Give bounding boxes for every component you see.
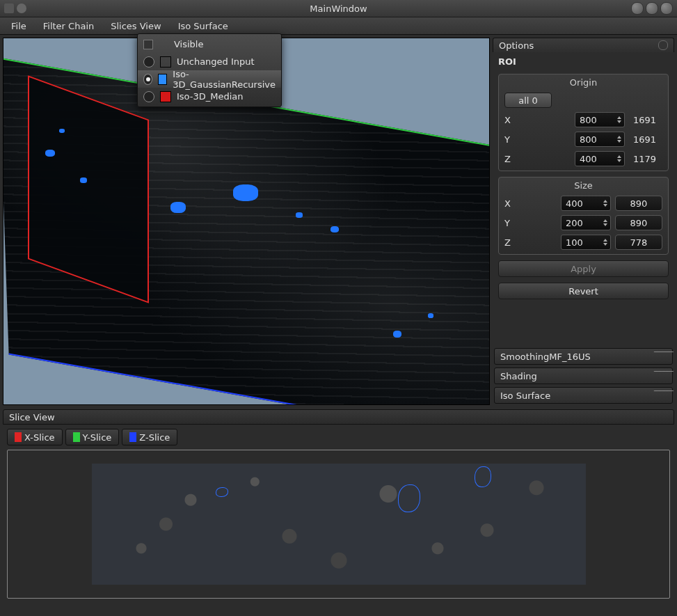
tab-label: X-Slice [24,432,55,443]
iso-blob [393,331,401,338]
iso-contour [398,484,420,512]
iso-blob [45,150,55,157]
color-swatch [129,432,136,442]
options-title: Options [499,40,534,51]
tab-z-slice[interactable]: Z-Slice [122,429,177,445]
origin-z-label: Z [504,154,514,164]
origin-z-input[interactable]: 400 [575,151,625,166]
all-zero-button[interactable]: all 0 [504,93,552,108]
iso-blob [170,202,186,213]
accordion-smoothing[interactable]: SmoothingMF_16US [494,348,673,365]
size-z-input[interactable]: 100 [561,235,611,250]
accordion-iso-surface[interactable]: Iso Surface [494,387,673,404]
slice-tabs: X-Slice Y-Slice Z-Slice [0,425,677,450]
iso-visible-toggle[interactable]: Visible [138,35,281,53]
iso-option-label: Iso-3D_GaussianRecursive [173,69,276,90]
origin-y-label: Y [504,134,514,145]
checkbox-icon [143,40,153,49]
color-swatch [160,56,171,68]
menu-slices-view[interactable]: Slices View [102,17,169,34]
app-icon [4,3,14,13]
menubar: File Filter Chain Slices View Iso Surfac… [0,17,677,35]
origin-y-input[interactable]: 800 [575,132,625,147]
slice-image-container [7,450,670,599]
color-swatch [73,432,80,442]
iso-contour [475,466,491,487]
size-y-label: Y [504,218,514,228]
revert-button[interactable]: Revert [498,283,669,299]
origin-x-input[interactable]: 800 [575,112,625,127]
size-x-label: X [504,198,514,209]
maximize-button[interactable] [646,2,658,15]
origin-x-label: X [504,115,514,125]
tab-y-slice[interactable]: Y-Slice [65,429,120,445]
color-swatch [158,74,167,85]
tab-x-slice[interactable]: X-Slice [7,429,63,445]
iso-option-unchanged-input[interactable]: Unchanged Input [138,53,281,70]
titlebar: MainWindow [0,0,677,17]
size-x-input[interactable]: 400 [561,196,611,211]
iso-contour [216,487,228,497]
accordion-shading[interactable]: Shading [494,368,673,384]
slice-view-header: Slice View [3,409,674,425]
iso-option-label: Unchanged Input [177,56,255,67]
iso-option-gaussian-recursive[interactable]: Iso-3D_GaussianRecursive [138,70,281,88]
origin-y-max: 1691 [629,134,662,145]
radio-icon [143,91,154,102]
size-z-label: Z [504,237,514,248]
app-icon-2 [17,3,26,13]
iso-blob [59,129,65,133]
menu-file[interactable]: File [3,17,35,34]
iso-surface-dropdown: Visible Unchanged Input Iso-3D_GaussianR… [137,33,282,107]
window-title: MainWindow [310,3,367,14]
size-group: Size X 400 890 Y 200 890 Z 100 778 [498,177,669,255]
iso-blob [233,184,258,201]
iso-blob [428,313,433,318]
tab-label: Y-Slice [83,432,112,443]
tab-label: Z-Slice [139,432,170,443]
iso-visible-label: Visible [174,39,203,49]
close-button[interactable] [660,2,673,15]
iso-blob [80,177,87,183]
iso-blob [330,226,339,232]
size-y-input[interactable]: 200 [561,215,611,230]
size-title: Size [499,177,668,194]
origin-group: Origin all 0 X 800 1691 Y 800 1691 Z 400… [498,74,669,171]
slice-image[interactable] [92,464,586,585]
menu-filter-chain[interactable]: Filter Chain [35,17,102,34]
size-x-max-button[interactable]: 890 [615,196,662,211]
origin-z-max: 1179 [629,154,662,164]
menu-iso-surface[interactable]: Iso Surface [170,17,237,34]
radio-icon [143,56,154,68]
iso-option-median[interactable]: Iso-3D_Median [138,88,281,105]
options-panel: Options ROI Origin all 0 X 800 1691 Y 80… [493,38,674,405]
size-z-max-button[interactable]: 778 [615,235,662,250]
color-swatch [160,91,171,102]
radio-icon [143,74,152,85]
iso-option-label: Iso-3D_Median [177,91,244,102]
apply-button[interactable]: Apply [498,260,669,277]
roi-title: ROI [493,52,674,71]
color-swatch [15,432,22,442]
origin-title: Origin [499,74,668,90]
size-y-max-button[interactable]: 890 [615,215,662,230]
origin-x-max: 1691 [629,115,662,125]
minimize-button[interactable] [631,2,644,15]
iso-blob [296,212,303,218]
panel-collapse-icon[interactable] [658,40,668,50]
slice-view-title: Slice View [9,412,55,422]
